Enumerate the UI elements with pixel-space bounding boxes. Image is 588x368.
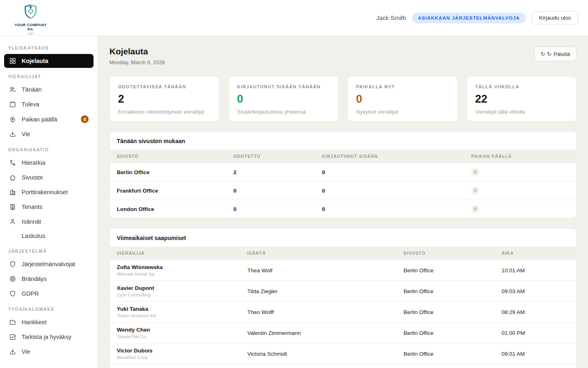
hierarchy-icon: [9, 159, 16, 166]
stat-label: ODOTETTAVISSA TÄNÄÄN: [118, 84, 211, 89]
sidebar-item-today[interactable]: Tänään: [4, 83, 94, 96]
host-cell: Theo Wolff: [241, 302, 397, 323]
table-row: Yuki Tanaka Tokyo Ventures KK Theo Wolff…: [110, 302, 576, 323]
person-icon: [9, 218, 16, 225]
stat-value: 22: [475, 93, 568, 105]
stat-value: 2: [118, 93, 211, 105]
signed-in-cell: 0: [315, 200, 464, 218]
sidebar-item-hosts[interactable]: Isännät: [4, 215, 94, 229]
top-header: YOUR COMPANY Inc. logo Jack Smith ASIAKK…: [0, 0, 588, 36]
time-cell: 09:01 AM: [494, 343, 576, 364]
time-cell: 01:00 PM: [494, 323, 576, 343]
column-header-expected: ODOTETTU: [227, 150, 315, 163]
sidebar-item-label: Porttirakennukset: [22, 189, 68, 195]
shield-icon: [9, 260, 16, 268]
sidebar-item-gate-buildings[interactable]: Porttirakennukset: [4, 185, 94, 199]
role-badge: ASIAKKAAN JÄRJESTELMÄNVALVOJA: [412, 13, 526, 23]
sidebar-item-label: Tuleva: [22, 101, 39, 108]
sidebar-item-onsite[interactable]: Paikan päällä 0: [4, 112, 94, 126]
column-header-site: SIVUSTO: [110, 150, 227, 163]
sidebar-item-branding[interactable]: Brändäys: [4, 272, 94, 286]
logo-line2: Inc.: [27, 27, 34, 31]
folder-icon: [9, 319, 16, 326]
sidebar-item-sites[interactable]: Sivustot: [4, 171, 94, 184]
column-header-on-site: PAIKAN PÄÄLLÄ: [464, 150, 576, 163]
stat-sublabel: Nykyiset vierailijat: [356, 109, 449, 115]
stat-value: 0: [356, 93, 449, 105]
check-square-icon: [9, 333, 16, 341]
table-row: Zofia Wiśniewska Warsaw Invest Sp. Thea …: [110, 260, 576, 281]
sidebar-section-system: JÄRJESTELMÄ: [4, 243, 94, 256]
logo-line3: logo: [28, 31, 33, 35]
today-by-site-table: SIVUSTO ODOTETTU KIRJAUTUNUT SISÄÄN PAIK…: [110, 150, 576, 218]
visitor-name: Xavier Dupont: [117, 285, 234, 291]
site-name-cell: Berlin Office: [110, 163, 227, 182]
visitor-company: Tokyo Ventures KK: [117, 313, 234, 318]
onsite-count-badge: 0: [81, 115, 89, 123]
table-row: Wendy Chen TaiwanTek Co. Valentin Zimmer…: [110, 323, 576, 343]
refresh-button[interactable]: ↻ ↻Päivitä: [534, 47, 577, 61]
host-cell: Victoria Schmidt: [241, 343, 397, 364]
site-cell: Berlin Office: [396, 281, 494, 302]
column-header-host: ISÄNTÄ: [241, 247, 397, 260]
sidebar-item-upcoming[interactable]: Tuleva: [4, 97, 94, 111]
on-site-pill: 0: [471, 186, 479, 195]
download-icon: [9, 348, 16, 355]
table-row: Uma Patel: [110, 364, 576, 368]
column-header-time: AIKA: [494, 247, 576, 260]
sidebar-item-gdpr[interactable]: GDPR: [4, 287, 94, 301]
sidebar-item-export-timesheet[interactable]: Vie: [4, 345, 94, 359]
sidebar-item-label: GDPR: [22, 290, 39, 297]
stat-card-on-site-now: PAIKALLA NYT 0 Nykyiset vierailijat: [347, 76, 458, 121]
recent-arrivals-table: VIERAILIJA ISÄNTÄ SIVUSTO AIKA Zofia Wiś…: [110, 247, 576, 368]
site-cell: Berlin Office: [396, 323, 494, 343]
sidebar-item-label: Sivustot: [22, 174, 43, 181]
table-row: Victor Dubois Bruxelles Corp Victoria Sc…: [110, 343, 576, 364]
site-cell: [396, 364, 494, 368]
stat-sublabel: Vierailijat tällä viikolla: [475, 109, 568, 115]
sidebar: YLEISKATSAUS Kojelauta VIERAILIJAT Tänää…: [0, 36, 98, 368]
logout-button[interactable]: Kirjaudu ulos: [532, 11, 578, 25]
sidebar-item-label: Tenants: [22, 204, 42, 210]
site-name-cell: Frankfurt Office: [110, 182, 227, 200]
stat-label: PAIKALLA NYT: [356, 84, 449, 89]
target-icon: [9, 275, 16, 283]
column-header-site: SIVUSTO: [396, 247, 494, 260]
visitor-company: Lyon Consulting: [117, 292, 234, 297]
sidebar-section-overview: YLEISKATSAUS: [4, 40, 94, 53]
location-pin-icon: [9, 116, 16, 123]
sidebar-item-hierarchy[interactable]: Hierarkia: [4, 156, 94, 170]
sidebar-item-label: Kojelauta: [22, 58, 48, 64]
sidebar-item-review-approve[interactable]: Tarkista ja hyväksy: [4, 330, 94, 344]
time-cell: 10:01 AM: [494, 260, 576, 281]
user-name: Jack Smith: [376, 14, 406, 21]
sidebar-item-label: Tänään: [22, 86, 42, 93]
sidebar-item-export-visitors[interactable]: Vie: [4, 127, 94, 141]
office-building-icon: [9, 203, 16, 211]
stat-label: TÄLLÄ VIIKOLLA: [475, 84, 568, 89]
sidebar-item-label: Vie: [22, 348, 30, 355]
visitor-company: Bruxelles Corp: [117, 355, 234, 360]
sidebar-item-dashboard[interactable]: Kojelauta: [4, 54, 94, 68]
sidebar-item-admins[interactable]: Järjestelmänvalvojat: [4, 257, 94, 271]
people-icon: [9, 86, 16, 93]
sidebar-item-projects[interactable]: Hankkeet: [4, 315, 94, 329]
sidebar-section-timesheet: TYÖAIKALOMAKE: [4, 301, 94, 314]
page-title: Kojelauta: [109, 47, 165, 56]
sidebar-section-visitors: VIERAILIJAT: [4, 69, 94, 82]
home-icon: [9, 174, 16, 181]
recent-arrivals-panel: Viimeaikaiset saapumiset VIERAILIJA ISÄN…: [109, 228, 577, 368]
time-cell: [494, 364, 576, 368]
sidebar-item-label: Isännät: [22, 218, 41, 225]
sidebar-item-tenants[interactable]: Tenants: [4, 200, 94, 214]
table-row: Berlin Office 2 0 0: [110, 163, 576, 182]
gate-building-icon: [9, 188, 16, 196]
stat-card-expected-today: ODOTETTAVISSA TÄNÄÄN 2 Ennakkoon rekiste…: [109, 76, 220, 121]
visitor-name: Victor Dubois: [117, 348, 234, 354]
host-cell: Tilda Ziegler: [241, 281, 397, 302]
sidebar-item-billing[interactable]: Laskutus: [4, 229, 94, 242]
sidebar-item-label: Tarkista ja hyväksy: [22, 334, 71, 340]
signed-in-cell: 0: [315, 163, 464, 182]
site-cell: Berlin Office: [396, 343, 494, 364]
host-cell: Thea Wolf: [241, 260, 397, 281]
